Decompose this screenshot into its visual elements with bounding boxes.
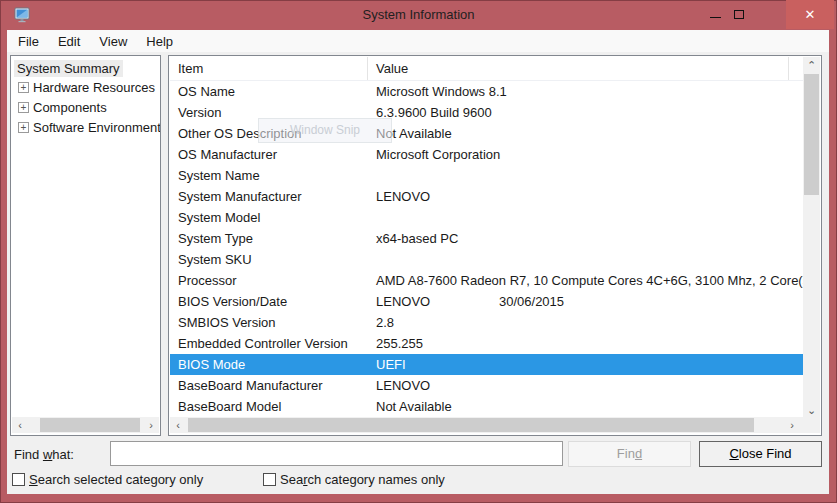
column-header-item[interactable]: Item xyxy=(170,57,368,80)
menu-bar: FileEditViewHelp xyxy=(7,30,829,52)
table-row[interactable]: BIOS Version/DateLENOVO30/06/2015 xyxy=(170,291,803,312)
item-cell: System Type xyxy=(178,228,376,249)
checkbox-icon[interactable] xyxy=(12,473,25,486)
value-cell: 6.3.9600 Build 9600 xyxy=(376,105,492,120)
value-cell: Microsoft Windows 8.1 xyxy=(376,84,507,99)
table-header[interactable]: Item Value xyxy=(170,57,803,81)
close-find-button[interactable]: Close Find xyxy=(699,441,822,467)
table-row[interactable]: System ManufacturerLENOVO xyxy=(170,186,803,207)
tree-scroll-track[interactable] xyxy=(28,417,143,433)
checkbox-label: Search selected category only xyxy=(29,472,203,487)
menu-item-file[interactable]: File xyxy=(9,32,48,51)
minimize-icon xyxy=(710,17,721,18)
value-cell: Microsoft Corporation xyxy=(376,147,500,162)
value-cell: x64-based PC xyxy=(376,231,458,246)
tree-item-label: Hardware Resources xyxy=(33,80,155,95)
minimize-button[interactable] xyxy=(703,0,727,29)
checkbox-icon[interactable] xyxy=(263,473,276,486)
tree-item-components[interactable]: +Components xyxy=(11,97,160,117)
search-category-names-checkbox[interactable]: Search category names only xyxy=(263,472,445,487)
scroll-up-icon[interactable]: ⌃ xyxy=(803,57,820,73)
item-cell: BIOS Mode xyxy=(178,354,376,375)
search-selected-category-checkbox[interactable]: Search selected category only xyxy=(12,472,203,487)
maximize-button[interactable] xyxy=(727,0,751,29)
close-button[interactable]: ✕ xyxy=(786,0,834,29)
maximize-icon xyxy=(734,10,744,19)
checkbox-label: Search category names only xyxy=(280,472,445,487)
tree-scroll-thumb[interactable] xyxy=(40,418,140,432)
value-cell: LENOVO xyxy=(376,378,430,393)
item-cell: BaseBoard Model xyxy=(178,396,376,417)
scroll-right-icon[interactable]: › xyxy=(143,417,159,433)
expand-icon[interactable]: + xyxy=(18,82,29,93)
close-icon: ✕ xyxy=(805,8,816,21)
tree-item-system-summary[interactable]: System Summary xyxy=(14,60,160,77)
scroll-left-icon[interactable]: ‹ xyxy=(170,417,186,433)
expand-icon[interactable]: + xyxy=(18,102,29,113)
value-cell-secondary: 30/06/2015 xyxy=(499,291,564,312)
table-scroll-thumb[interactable] xyxy=(188,418,754,432)
tree-item-label: Software Environment xyxy=(33,120,161,135)
item-cell: Embedded Controller Version xyxy=(178,333,376,354)
table-row[interactable]: System Model xyxy=(170,207,803,228)
tree-horizontal-scrollbar[interactable]: ‹ › xyxy=(12,417,159,433)
window-snip-tooltip: Window Snip xyxy=(258,118,392,143)
scroll-left-icon[interactable]: ‹ xyxy=(12,417,28,433)
scroll-right-icon[interactable]: › xyxy=(784,417,800,433)
table-row[interactable]: ProcessorAMD A8-7600 Radeon R7, 10 Compu… xyxy=(170,270,803,291)
title-bar[interactable]: System Information ✕ xyxy=(0,0,837,30)
expand-icon[interactable]: + xyxy=(18,122,29,133)
table-row[interactable]: SMBIOS Version2.8 xyxy=(170,312,803,333)
tree-item-hardware-resources[interactable]: +Hardware Resources xyxy=(11,77,160,97)
value-cell: 255.255 xyxy=(376,336,423,351)
find-what-label: Find what: xyxy=(14,447,74,462)
table-scroll-track[interactable] xyxy=(186,417,784,433)
item-cell: System Model xyxy=(178,207,376,228)
tree-selected-label: System Summary xyxy=(14,60,123,77)
tree-item-label: Components xyxy=(33,100,107,115)
table-row[interactable]: System Typex64-based PC xyxy=(170,228,803,249)
item-cell: System SKU xyxy=(178,249,376,270)
value-cell: UEFI xyxy=(376,357,406,372)
value-cell: AMD A8-7600 Radeon R7, 10 Compute Cores … xyxy=(376,273,803,288)
menu-item-help[interactable]: Help xyxy=(137,32,182,51)
item-cell: System Name xyxy=(178,165,376,186)
find-button[interactable]: Find xyxy=(568,441,691,467)
item-cell: Processor xyxy=(178,270,376,291)
info-table-panel: Item Value OS NameMicrosoft Windows 8.1V… xyxy=(168,55,822,436)
table-row[interactable]: Embedded Controller Version255.255 xyxy=(170,333,803,354)
table-row[interactable]: System Name xyxy=(170,165,803,186)
item-cell: BIOS Version/Date xyxy=(178,291,376,312)
item-cell: SMBIOS Version xyxy=(178,312,376,333)
value-cell: LENOVO xyxy=(376,189,430,204)
table-horizontal-scrollbar[interactable]: ‹ › xyxy=(170,417,820,433)
item-cell: BaseBoard Manufacturer xyxy=(178,375,376,396)
table-row[interactable]: BIOS ModeUEFI xyxy=(170,354,803,375)
vertical-scroll-thumb[interactable] xyxy=(804,74,819,195)
find-what-input[interactable] xyxy=(110,441,563,466)
client-area: FileEditViewHelp System Summary +Hardwar… xyxy=(7,30,829,494)
table-row[interactable]: BaseBoard ManufacturerLENOVO xyxy=(170,375,803,396)
table-row[interactable]: OS ManufacturerMicrosoft Corporation xyxy=(170,144,803,165)
system-information-window: System Information ✕ FileEditViewHelp Sy… xyxy=(0,0,837,503)
table-row[interactable]: System SKU xyxy=(170,249,803,270)
find-bar: Find what: Find Close Find Search select… xyxy=(7,436,829,494)
value-cell: 2.8 xyxy=(376,315,394,330)
value-cell: LENOVO xyxy=(376,294,430,309)
item-cell: OS Manufacturer xyxy=(178,144,376,165)
category-tree-panel: System Summary +Hardware Resources+Compo… xyxy=(10,55,161,436)
table-row[interactable]: BaseBoard ModelNot Available xyxy=(170,396,803,417)
menu-item-view[interactable]: View xyxy=(90,32,136,51)
table-vertical-scrollbar[interactable]: ⌃ ⌄ xyxy=(803,57,820,418)
table-row[interactable]: OS NameMicrosoft Windows 8.1 xyxy=(170,81,803,102)
value-cell: Not Available xyxy=(376,399,452,414)
scrollbar-corner xyxy=(800,417,820,433)
tree-item-software-environment[interactable]: +Software Environment xyxy=(11,117,160,137)
item-cell: OS Name xyxy=(178,81,376,102)
scroll-down-icon[interactable]: ⌄ xyxy=(803,402,820,418)
menu-item-edit[interactable]: Edit xyxy=(49,32,89,51)
item-cell: System Manufacturer xyxy=(178,186,376,207)
column-header-value[interactable]: Value xyxy=(368,57,789,80)
